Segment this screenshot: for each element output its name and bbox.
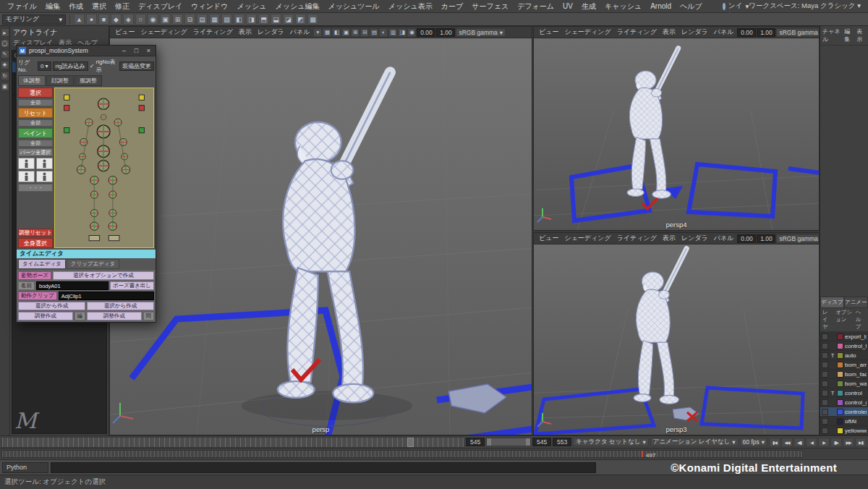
shelf-icon[interactable]: ▧	[221, 14, 232, 25]
more-options-button[interactable]: ・・・	[18, 184, 53, 192]
viewport-menu-item[interactable]: 表示	[660, 234, 678, 243]
layer-visibility-toggle[interactable]	[822, 343, 828, 349]
gamma-field[interactable]: 1.00	[757, 28, 775, 37]
viewport-menu-item[interactable]: シェーディング	[137, 27, 190, 37]
menu-item[interactable]: 編集	[41, 0, 64, 13]
layer-color-swatch[interactable]	[837, 371, 843, 378]
layer-row[interactable]: export_bc	[820, 332, 868, 341]
layer-visibility-toggle[interactable]	[822, 428, 828, 434]
paint-select-tool-icon[interactable]: ✎	[1, 50, 9, 59]
layer-row[interactable]: T auto	[820, 351, 868, 360]
equipment-change-button[interactable]: 装備品変更	[119, 61, 154, 71]
layer-visibility-toggle[interactable]	[822, 333, 828, 340]
viewport-toolbar-icon[interactable]: ▾	[313, 28, 322, 37]
channel-menu-item[interactable]: 編集	[844, 27, 854, 43]
layer-visibility-toggle[interactable]	[822, 409, 828, 415]
layer-menu-item[interactable]: オプション	[835, 309, 853, 331]
adjust-create-button[interactable]: 調整作成	[87, 312, 142, 320]
time-slider[interactable]	[1, 437, 464, 448]
step-forward-frame-icon[interactable]: ▶▶	[843, 438, 854, 447]
select-all-parts-button[interactable]: パーツ全選択	[18, 148, 53, 156]
layer-visibility-toggle[interactable]	[822, 380, 828, 387]
viewport-toolbar-icon[interactable]: ▤	[370, 28, 378, 37]
maximize-icon[interactable]: □	[132, 47, 141, 54]
paint-all-button[interactable]: 全部	[18, 140, 53, 147]
select-tool-icon[interactable]: ►	[1, 28, 9, 37]
layer-visibility-toggle[interactable]	[822, 418, 828, 425]
shelf-icon[interactable]: ⬒	[258, 14, 269, 25]
current-frame-marker[interactable]	[642, 451, 643, 457]
viewport-menu-item[interactable]: シェーディング	[561, 27, 613, 37]
tab-body-adjust[interactable]: 体調整	[18, 75, 46, 86]
viewport-toolbar-icon[interactable]: ▣	[341, 28, 350, 37]
layer-color-swatch[interactable]	[837, 409, 843, 415]
rig-no-dropdown[interactable]: 0▾	[38, 61, 51, 71]
viewport-menu-item[interactable]: ビュー	[112, 27, 137, 37]
view-transform-dropdown[interactable]: sRGB gamma▾	[776, 28, 819, 37]
menu-item[interactable]: 作成	[64, 0, 88, 13]
menu-item[interactable]: Arnold	[646, 0, 676, 13]
viewport-menu-item[interactable]: レンダラ	[255, 27, 287, 37]
shelf-icon[interactable]: ▦	[209, 14, 220, 25]
viewport-menu-item[interactable]: パネル	[287, 27, 313, 37]
shelf-icon[interactable]: ▲	[74, 14, 85, 25]
shelf-icon[interactable]: ◉	[148, 14, 158, 25]
layer-row[interactable]: control_fc	[820, 341, 868, 351]
range-slider-mini[interactable]	[486, 438, 531, 446]
menu-item[interactable]: キャッシュ	[600, 0, 646, 13]
shelf-icon[interactable]: ▩	[307, 14, 318, 25]
pose-create-button[interactable]: 選択をオプションで作成	[53, 271, 154, 280]
layer-color-swatch[interactable]	[837, 418, 843, 425]
shelf-icon[interactable]: ◪	[283, 14, 294, 25]
menu-item[interactable]: メッシュツール	[323, 0, 383, 13]
layer-row[interactable]: control_g	[820, 398, 868, 407]
viewport-toolbar-icon[interactable]: ⊟	[360, 28, 369, 37]
layer-row[interactable]: born_arm	[820, 360, 868, 370]
view-transform-dropdown[interactable]: sRGB gamma▾	[456, 28, 506, 37]
viewport-menu-item[interactable]: レンダラ	[678, 234, 711, 243]
shelf-icon[interactable]: ⊟	[184, 14, 195, 25]
anim-layer-dropdown[interactable]: アニメーション レイヤなし▾	[650, 438, 739, 446]
menu-item[interactable]: 修正	[111, 0, 134, 13]
tab-display[interactable]: ディスプレイ	[820, 297, 844, 308]
layer-type-toggle[interactable]: T	[830, 352, 835, 359]
shelf-icon[interactable]: ▣	[160, 14, 171, 25]
go-to-range-end-icon[interactable]: ▶▮	[855, 438, 867, 447]
tab-cloth-adjust[interactable]: 服調整	[75, 75, 102, 86]
menu-set-selector[interactable]: モデリング ▾	[2, 14, 66, 25]
step-forward-key-icon[interactable]: ▮▶	[830, 438, 842, 447]
channel-menu-item[interactable]: チャネル	[822, 27, 841, 43]
menu-item[interactable]: カーブ	[437, 0, 467, 13]
range-slider[interactable]: 497	[1, 450, 803, 458]
adjust-create-mode[interactable]: 編	[75, 312, 86, 320]
exposure-field[interactable]: 0.00	[417, 28, 435, 37]
viewport-menu-item[interactable]: シェーディング	[561, 234, 613, 243]
layer-row[interactable]: yellowweb	[820, 426, 868, 435]
step-back-frame-icon[interactable]: ◀◀	[781, 438, 793, 447]
tab-face-adjust[interactable]: 顔調整	[46, 75, 74, 86]
shelf-icon[interactable]: ◨	[246, 14, 257, 25]
viewport-menu-item[interactable]: レンダラ	[678, 27, 711, 37]
pose-export-button[interactable]: ポーズ書き出し	[110, 281, 154, 290]
menu-item[interactable]: ウィンドウ	[187, 0, 232, 13]
adjust-create-button[interactable]: 調整作成	[18, 312, 73, 320]
menu-item[interactable]: ディスプレイ	[134, 0, 187, 13]
layer-row[interactable]: born_face	[820, 370, 868, 379]
menu-item[interactable]: メッシュ編集	[271, 0, 323, 13]
layer-row[interactable]: born_wais	[820, 379, 868, 388]
shelf-icon[interactable]: ◧	[234, 14, 244, 25]
gamma-field[interactable]: 1.00	[757, 234, 775, 243]
layer-color-swatch[interactable]	[837, 428, 843, 434]
layer-color-swatch[interactable]	[837, 399, 843, 406]
reset-all-button[interactable]: 全部	[18, 119, 53, 127]
viewport-main-canvas[interactable]: persp	[110, 38, 532, 435]
body-back-icon[interactable]	[36, 158, 53, 169]
layer-visibility-toggle[interactable]	[822, 362, 828, 368]
viewport-toolbar-icon[interactable]: ◧	[332, 28, 341, 37]
range-end-field[interactable]: 553	[553, 438, 571, 446]
shelf-icon[interactable]: ◈	[123, 14, 134, 25]
workspace-selector[interactable]: ワークスペース: Maya クラシック ▾	[749, 1, 865, 11]
viewport-menu-item[interactable]: ライティング	[614, 234, 660, 243]
layer-type-toggle[interactable]: T	[830, 390, 835, 396]
clip-name-field[interactable]: AdjClip1	[59, 292, 154, 300]
